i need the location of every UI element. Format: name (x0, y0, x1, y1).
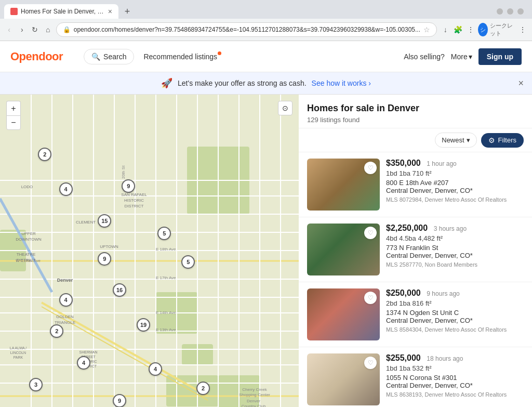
sort-button[interactable]: Newest ▾ (435, 133, 476, 148)
listings-header: Homes for sale in Denver 129 listings fo… (299, 95, 532, 128)
promo-close-button[interactable]: × (518, 78, 524, 89)
listing-image: ♡ (307, 224, 380, 275)
map-svg: 20th St E 18th Ave E 17th Ave W Colfax A… (0, 95, 299, 407)
minimize-button[interactable] (497, 8, 503, 15)
locate-button[interactable]: ⊙ (278, 101, 292, 115)
listing-time: 3 hours ago (434, 225, 467, 232)
svg-text:UPTOWN: UPTOWN (100, 244, 118, 249)
also-selling-button[interactable]: Also selling? (404, 52, 445, 61)
svg-text:HISTORIC: HISTORIC (124, 198, 144, 203)
app-logo[interactable]: Opendoor (10, 50, 63, 63)
bookmark-star-icon[interactable]: ☆ (423, 25, 430, 34)
listing-specs: 4bd 4.5ba 4,482 ft² (386, 234, 524, 242)
listing-specs: 1bd 1ba 710 ft² (386, 169, 524, 177)
address-bar[interactable]: 🔒 opendoor.com/homes/denver?n=39.7548689… (56, 22, 437, 37)
recommended-listings-button[interactable]: Recommended listings (136, 49, 224, 64)
svg-text:E 14th Ave: E 14th Ave (156, 310, 176, 315)
listing-time: 1 hour ago (427, 160, 456, 167)
svg-text:DISTRICT: DISTRICT (125, 204, 144, 208)
favorite-button[interactable]: ♡ (364, 292, 377, 304)
listing-card[interactable]: ♡ $255,000 18 hours ago 1bd 1ba 532 ft² … (299, 347, 532, 407)
svg-text:THEATRE: THEATRE (17, 252, 36, 257)
search-label: Search (103, 52, 126, 61)
listing-address: 800 E 18th Ave #207 (386, 179, 524, 187)
listing-specs: 1bd 1ba 532 ft² (386, 364, 524, 372)
search-icon: 🔍 (91, 52, 100, 61)
map-zoom-controls: + − (6, 101, 21, 130)
listing-price: $250,000 (386, 288, 421, 297)
favorite-button[interactable]: ♡ (364, 227, 377, 239)
svg-text:PARK: PARK (14, 356, 23, 359)
zoom-out-button[interactable]: − (6, 115, 21, 130)
rocket-icon: 🚀 (161, 77, 172, 89)
maximize-button[interactable] (507, 8, 513, 15)
downloads-button[interactable]: ↓ (440, 22, 450, 37)
forward-button[interactable]: › (17, 22, 27, 37)
listing-card[interactable]: ♡ $350,000 1 hour ago 1bd 1ba 710 ft² 80… (299, 152, 532, 217)
listings-container: ♡ $350,000 1 hour ago 1bd 1ba 710 ft² 80… (299, 152, 532, 407)
listing-location: Central Denver, Denver, CO* (386, 382, 524, 389)
svg-text:LODO: LODO (21, 185, 33, 189)
active-tab[interactable]: Homes For Sale in Denver, CO | × (4, 4, 118, 19)
favorite-button[interactable]: ♡ (364, 357, 377, 369)
settings-button[interactable]: ⋮ (466, 22, 476, 37)
svg-text:Cherry Creek: Cherry Creek (242, 387, 268, 392)
svg-text:20th St: 20th St (121, 165, 126, 179)
browser-toolbar-right: ↓ 🧩 ⋮ シ シークレット ⋮ (440, 22, 528, 37)
svg-text:SHERMAN: SHERMAN (79, 350, 97, 354)
refresh-button[interactable]: ↻ (30, 22, 40, 37)
sort-label: Newest (442, 136, 464, 144)
favorite-button[interactable]: ♡ (364, 162, 377, 174)
browser-chrome: Homes For Sale in Denver, CO | × + ‹ › ↻… (0, 0, 532, 41)
search-button[interactable]: 🔍 Search (84, 49, 134, 64)
promo-link[interactable]: See how it works › (312, 79, 371, 87)
sign-up-button[interactable]: Sign up (478, 48, 522, 65)
svg-text:DISTRICT: DISTRICT (80, 364, 97, 368)
main-content: 20th St E 18th Ave E 17th Ave W Colfax A… (0, 95, 532, 407)
back-button[interactable]: ‹ (4, 22, 14, 37)
svg-text:HISTORIC: HISTORIC (79, 360, 97, 363)
svg-text:DOWNTOWN: DOWNTOWN (16, 237, 42, 242)
svg-text:Shopping Center: Shopping Center (239, 392, 270, 397)
close-button[interactable] (517, 8, 524, 15)
promo-banner: 🚀 Let's make your offer as strong as cas… (0, 72, 532, 95)
listings-title: Homes for sale in Denver (307, 103, 524, 114)
notification-dot (218, 51, 221, 55)
secret-label: シークレット (490, 22, 515, 37)
listing-address: 773 N Franklin St (386, 244, 524, 252)
more-menu-button[interactable]: More ▾ (451, 52, 472, 61)
close-tab-button[interactable]: × (108, 8, 112, 15)
listing-image: ♡ (307, 288, 380, 340)
listing-info: $255,000 18 hours ago 1bd 1ba 532 ft² 10… (386, 353, 524, 405)
listing-time: 9 hours ago (427, 290, 459, 297)
extensions-button[interactable]: 🧩 (453, 22, 463, 37)
svg-text:UPPER: UPPER (21, 231, 36, 236)
listing-price: $255,000 (386, 353, 421, 362)
filters-button[interactable]: ⚙ Filters (481, 133, 524, 148)
zoom-in-button[interactable]: + (6, 101, 21, 115)
new-tab-button[interactable]: + (121, 5, 134, 18)
lock-icon: 🔒 (63, 26, 71, 33)
svg-text:Country Club: Country Club (242, 404, 266, 407)
app-header: Opendoor 🔍 Search Recommended listings A… (0, 41, 532, 72)
url-text: opendoor.com/homes/denver?n=39.754868934… (74, 26, 420, 33)
home-button[interactable]: ⌂ (43, 22, 53, 37)
listing-card[interactable]: ♡ $2,250,000 3 hours ago 4bd 4.5ba 4,482… (299, 217, 532, 282)
browser-toolbar: ‹ › ↻ ⌂ 🔒 opendoor.com/homes/denver?n=39… (0, 19, 532, 41)
header-nav: 🔍 Search Recommended listings (84, 49, 404, 64)
listing-location: Central Denver, Denver, CO* (386, 252, 524, 259)
more-label: More (451, 52, 468, 61)
svg-text:E 13th Ave: E 13th Ave (156, 327, 176, 332)
filters-icon: ⚙ (488, 136, 495, 145)
listing-card[interactable]: ♡ $250,000 9 hours ago 2bd 1ba 816 ft² 1… (299, 282, 532, 347)
listing-info: $350,000 1 hour ago 1bd 1ba 710 ft² 800 … (386, 159, 524, 211)
map-panel[interactable]: 20th St E 18th Ave E 17th Ave W Colfax A… (0, 95, 299, 407)
listing-specs: 2bd 1ba 816 ft² (386, 299, 524, 307)
more-options-button[interactable]: ⋮ (517, 22, 528, 37)
svg-text:GOLDEN: GOLDEN (56, 314, 74, 319)
svg-text:CLEMENT: CLEMENT (76, 220, 96, 225)
listing-image: ♡ (307, 159, 380, 211)
svg-text:E 17th Ave: E 17th Ave (156, 275, 176, 280)
profile-button[interactable]: シ (478, 23, 488, 36)
sort-icon: ▾ (467, 136, 470, 144)
